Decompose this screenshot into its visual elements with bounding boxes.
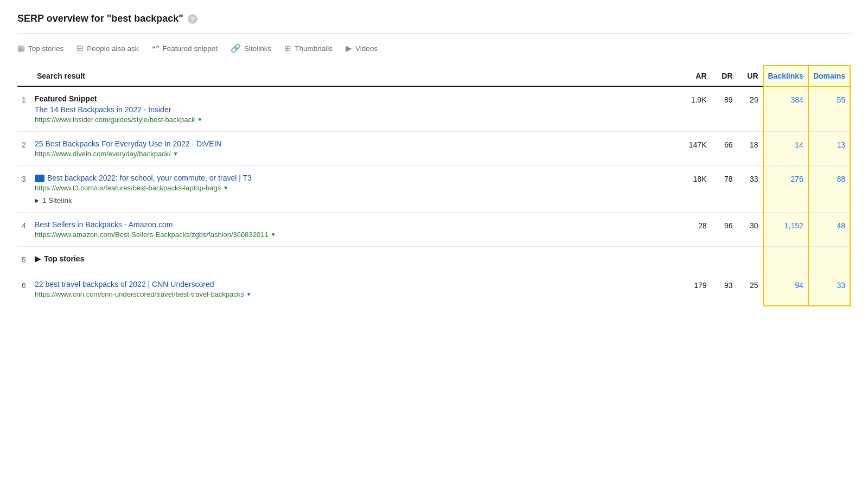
result-title-2[interactable]: 25 Best Backpacks For Everyday Use In 20…: [35, 139, 680, 148]
result-url-2: https://www.divein.com/everyday/backpack…: [35, 150, 680, 158]
sitelink-text-3: 1 Sitelink: [42, 196, 72, 204]
domains-3[interactable]: 88: [808, 166, 850, 213]
backlinks-1[interactable]: 384: [763, 86, 808, 132]
rank-header: [17, 66, 33, 86]
ur-3: 33: [737, 166, 763, 213]
title-text: SERP overview for "best backpack": [17, 13, 183, 24]
domains-5: [808, 247, 850, 272]
tab-sitelinks[interactable]: 🔗 Sitelinks: [231, 41, 271, 55]
content-1: Featured Snippet The 14 Best Backpacks i…: [33, 86, 685, 132]
dropdown-arrow-6[interactable]: ▼: [246, 291, 252, 297]
top-stories-row-label[interactable]: ▶ Top stories: [35, 254, 680, 263]
serp-table: Search result AR DR UR Backlinks Domains…: [17, 65, 851, 306]
dr-1: 89: [711, 86, 737, 132]
tab-thumbnails[interactable]: ⊞ Thumbnails: [284, 41, 333, 55]
content-5: ▶ Top stories: [33, 247, 685, 272]
table-row: 2 25 Best Backpacks For Everyday Use In …: [17, 132, 850, 166]
tab-top-stories[interactable]: ▦ Top stories: [17, 41, 63, 55]
table-row: 1 Featured Snippet The 14 Best Backpacks…: [17, 86, 850, 132]
sitelink-row-3[interactable]: ▶ 1 Sitelink: [35, 196, 680, 204]
rank-3: 3: [17, 166, 33, 213]
title-divider: [17, 33, 851, 34]
dropdown-arrow-4[interactable]: ▼: [271, 232, 276, 238]
table-row: 4 Best Sellers in Backpacks - Amazon.com…: [17, 213, 850, 247]
rank-2: 2: [17, 132, 33, 166]
ur-1: 29: [737, 86, 763, 132]
domains-1[interactable]: 55: [808, 86, 850, 132]
url-text-4: https://www.amazon.com/Best-Sellers-Back…: [35, 231, 269, 239]
ar-1: 1.9K: [685, 86, 711, 132]
page-title: SERP overview for "best backpack" ?: [17, 13, 851, 24]
domains-4[interactable]: 48: [808, 213, 850, 247]
tab-top-stories-label: Top stories: [28, 44, 63, 53]
top-stories-icon: ▦: [17, 43, 25, 53]
url-text-6: https://www.cnn.com/cnn-underscored/trav…: [35, 290, 244, 298]
sitelinks-icon: 🔗: [231, 43, 241, 53]
dr-3: 78: [711, 166, 737, 213]
ar-5: [685, 247, 711, 272]
dropdown-arrow-3[interactable]: ▼: [223, 185, 228, 191]
people-also-ask-icon: ⊟: [76, 43, 84, 53]
table-header-row: Search result AR DR UR Backlinks Domains: [17, 66, 850, 86]
featured-snippet-label: Featured Snippet: [35, 94, 680, 103]
dropdown-arrow-1[interactable]: ▼: [197, 117, 203, 123]
dr-5: [711, 247, 737, 272]
content-6: 22 best travel backpacks of 2022 | CNN U…: [33, 272, 685, 306]
domains-header: Domains: [808, 66, 850, 86]
table-row: 3 Best backpack 2022: for school, your c…: [17, 166, 850, 213]
result-title-3[interactable]: Best backpack 2022: for school, your com…: [35, 174, 680, 182]
rank-6: 6: [17, 272, 33, 306]
ar-header: AR: [685, 66, 711, 86]
ur-4: 30: [737, 213, 763, 247]
sitelink-triangle-icon: ▶: [35, 197, 39, 203]
dr-4: 96: [711, 213, 737, 247]
dr-header: DR: [711, 66, 737, 86]
serp-table-wrapper: Search result AR DR UR Backlinks Domains…: [17, 65, 851, 306]
dr-2: 66: [711, 132, 737, 166]
top-stories-triangle-icon: ▶: [35, 254, 41, 263]
top-stories-text: Top stories: [44, 254, 84, 263]
backlinks-header: Backlinks: [763, 66, 808, 86]
help-icon[interactable]: ?: [188, 14, 197, 24]
tab-thumbnails-label: Thumbnails: [295, 44, 333, 53]
ur-6: 25: [737, 272, 763, 306]
table-row: 6 22 best travel backpacks of 2022 | CNN…: [17, 272, 850, 306]
tab-videos-label: Videos: [355, 44, 378, 53]
ur-header: UR: [737, 66, 763, 86]
content-4: Best Sellers in Backpacks - Amazon.com h…: [33, 213, 685, 247]
url-text-1: https://www.insider.com/guides/style/bes…: [35, 116, 195, 124]
tab-videos[interactable]: ▶ Videos: [346, 41, 378, 55]
result-title-1[interactable]: The 14 Best Backpacks in 2022 - Insider: [35, 105, 680, 114]
rank-4: 4: [17, 213, 33, 247]
tab-featured-snippet-label: Featured snippet: [163, 44, 218, 53]
tab-people-also-ask-label: People also ask: [87, 44, 138, 53]
domains-6[interactable]: 33: [808, 272, 850, 306]
table-row: 5 ▶ Top stories: [17, 247, 850, 272]
ar-6: 179: [685, 272, 711, 306]
result-title-6[interactable]: 22 best travel backpacks of 2022 | CNN U…: [35, 280, 680, 289]
tab-sitelinks-label: Sitelinks: [244, 44, 271, 53]
result-url-3: https://www.t3.com/us/features/best-back…: [35, 184, 680, 192]
result-url-4: https://www.amazon.com/Best-Sellers-Back…: [35, 231, 680, 239]
backlinks-3[interactable]: 276: [763, 166, 808, 213]
backlinks-4[interactable]: 1,152: [763, 213, 808, 247]
backlinks-5: [763, 247, 808, 272]
ur-5: [737, 247, 763, 272]
tab-featured-snippet[interactable]: ❝❞ Featured snippet: [152, 42, 218, 55]
ur-2: 18: [737, 132, 763, 166]
tab-people-also-ask[interactable]: ⊟ People also ask: [76, 41, 138, 55]
ar-4: 28: [685, 213, 711, 247]
backlinks-6[interactable]: 94: [763, 272, 808, 306]
domains-2[interactable]: 13: [808, 132, 850, 166]
result-url-1: https://www.insider.com/guides/style/bes…: [35, 116, 680, 124]
url-text-3: https://www.t3.com/us/features/best-back…: [35, 184, 221, 192]
content-3: Best backpack 2022: for school, your com…: [33, 166, 685, 213]
ar-2: 147K: [685, 132, 711, 166]
dropdown-arrow-2[interactable]: ▼: [173, 151, 178, 157]
content-2: 25 Best Backpacks For Everyday Use In 20…: [33, 132, 685, 166]
filter-tabs: ▦ Top stories ⊟ People also ask ❝❞ Featu…: [17, 41, 851, 55]
featured-snippet-icon: ❝❞: [152, 44, 159, 53]
backlinks-2[interactable]: 14: [763, 132, 808, 166]
ar-3: 18K: [685, 166, 711, 213]
result-title-4[interactable]: Best Sellers in Backpacks - Amazon.com: [35, 220, 680, 229]
